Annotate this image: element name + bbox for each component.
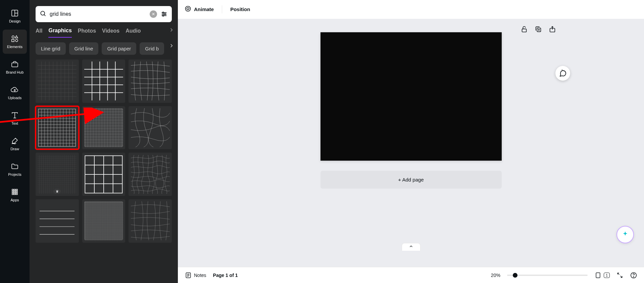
notes-icon (185, 272, 192, 279)
result-thumb[interactable] (129, 199, 172, 243)
tabs-scroll-right-icon[interactable] (168, 27, 175, 34)
add-page-button[interactable]: + Add page (320, 171, 502, 189)
briefcase-icon (11, 60, 19, 68)
svg-rect-5 (12, 39, 14, 42)
svg-rect-243 (522, 29, 527, 32)
search-box: ✕ (36, 6, 172, 22)
result-thumb[interactable] (82, 199, 126, 243)
tab-graphics[interactable]: Graphics (48, 28, 71, 38)
rail-label: Apps (10, 198, 19, 202)
grid-dots-icon (11, 188, 19, 196)
page-indicator: Page 1 of 1 (213, 273, 238, 278)
shapes-icon (11, 35, 19, 43)
result-thumb[interactable]: ♛ (36, 153, 79, 196)
rail-label: Brand Hub (6, 70, 24, 74)
layout-icon (11, 9, 19, 17)
results-grid: ♛ (30, 55, 178, 283)
tab-videos[interactable]: Videos (102, 28, 119, 37)
help-button[interactable] (630, 272, 637, 279)
rail-item-brand-hub[interactable]: Brand Hub (3, 55, 27, 79)
rail-label: Projects (8, 172, 21, 176)
svg-rect-15 (14, 191, 15, 193)
svg-rect-12 (14, 189, 15, 191)
pencil-icon (11, 137, 19, 145)
svg-rect-11 (12, 189, 13, 191)
rail-item-draw[interactable]: Draw (3, 132, 27, 156)
lock-icon[interactable] (521, 26, 529, 34)
result-thumb[interactable] (129, 153, 172, 196)
main-area: Animate Position + Add page (178, 0, 644, 283)
svg-rect-16 (16, 191, 17, 193)
design-canvas[interactable] (320, 32, 502, 161)
fullscreen-button[interactable] (616, 272, 623, 279)
svg-point-257 (633, 276, 634, 277)
svg-rect-18 (14, 193, 15, 195)
zoom-slider[interactable] (507, 275, 588, 276)
tab-photos[interactable]: Photos (78, 28, 96, 37)
rail-label: Design (9, 19, 20, 23)
svg-point-27 (162, 15, 164, 16)
search-input[interactable] (50, 11, 146, 17)
zoom-value[interactable]: 20% (491, 273, 500, 278)
svg-point-25 (162, 12, 164, 13)
svg-rect-14 (12, 191, 13, 193)
svg-rect-13 (16, 189, 17, 191)
svg-rect-175 (85, 202, 122, 240)
animate-button[interactable]: Animate (185, 5, 214, 13)
rail-item-uploads[interactable]: Uploads (3, 81, 27, 105)
chip-line-grid[interactable]: Line grid (36, 42, 66, 55)
left-rail: Design Elements Brand Hub Uploads Text D… (0, 0, 30, 283)
page-manager-button[interactable]: 1 (594, 272, 610, 279)
category-tabs: All Graphics Photos Videos Audio (30, 22, 178, 38)
result-thumb[interactable] (129, 106, 172, 150)
canvas-area[interactable]: + Add page (178, 19, 644, 267)
share-icon[interactable] (549, 26, 557, 34)
svg-rect-7 (12, 63, 18, 67)
cloud-upload-icon (11, 86, 19, 94)
elements-panel: ✕ All Graphics Photos Videos Audio Line … (30, 0, 178, 283)
expand-timeline-button[interactable] (402, 243, 420, 251)
clear-search-icon[interactable]: ✕ (150, 10, 157, 18)
rail-item-apps[interactable]: Apps (3, 183, 27, 207)
result-thumb[interactable] (82, 106, 126, 150)
topbar-separator (222, 5, 222, 13)
rail-item-text[interactable]: Text (3, 106, 27, 130)
result-thumb[interactable] (129, 59, 172, 103)
tab-all[interactable]: All (36, 28, 42, 37)
chip-grid-paper[interactable]: Grid paper (102, 42, 136, 55)
rail-item-design[interactable]: Design (3, 4, 27, 28)
animate-icon (185, 5, 191, 13)
tab-audio[interactable]: Audio (126, 28, 141, 37)
rail-label: Text (11, 121, 18, 125)
svg-rect-77 (85, 109, 122, 147)
duplicate-icon[interactable] (535, 26, 543, 34)
result-thumb[interactable] (82, 153, 126, 196)
suggestion-chips: Line grid Grid line Grid paper Grid b (30, 38, 178, 55)
folder-icon (11, 162, 19, 170)
result-thumb[interactable] (82, 59, 126, 103)
search-icon (40, 10, 46, 18)
result-thumb-highlighted[interactable] (36, 106, 79, 150)
bottom-bar: Notes Page 1 of 1 20% 1 (178, 267, 644, 283)
notes-button[interactable]: Notes (185, 272, 206, 279)
canvas-tools (521, 26, 557, 34)
rail-item-elements[interactable]: Elements (3, 30, 27, 54)
result-thumb[interactable] (36, 199, 79, 243)
svg-point-26 (164, 13, 166, 15)
svg-rect-253 (596, 273, 600, 278)
chip-grid-more[interactable]: Grid b (140, 42, 164, 55)
chip-grid-line[interactable]: Grid line (69, 42, 99, 55)
ai-assist-button[interactable] (616, 226, 634, 243)
rail-item-projects[interactable]: Projects (3, 157, 27, 181)
position-button[interactable]: Position (230, 6, 250, 12)
premium-badge-icon: ♛ (54, 189, 61, 194)
result-thumb[interactable] (36, 59, 79, 103)
svg-point-242 (187, 8, 189, 10)
search-settings-icon[interactable] (160, 10, 168, 18)
rail-label: Uploads (8, 96, 21, 100)
rail-label: Elements (7, 45, 22, 49)
chips-scroll-right-icon[interactable] (167, 41, 176, 51)
magic-comment-button[interactable] (555, 66, 570, 81)
svg-rect-6 (15, 39, 18, 42)
text-icon (11, 111, 19, 119)
